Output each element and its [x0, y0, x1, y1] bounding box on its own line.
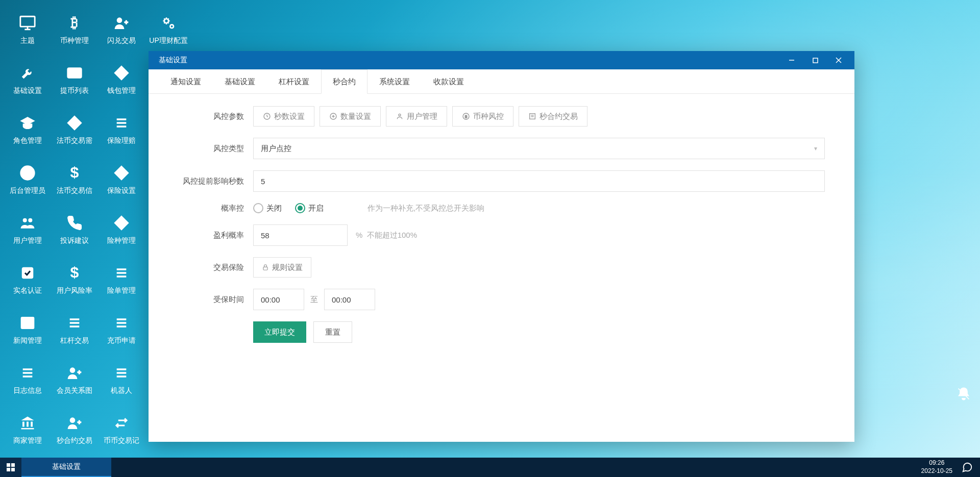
desktop-icon-险单管理[interactable]: 险单管理: [98, 254, 145, 304]
swap-icon: [111, 413, 132, 433]
card-icon: [64, 63, 85, 83]
chevron-down-icon: ▾: [814, 145, 817, 152]
seg-btn-4[interactable]: 秒合约交易: [519, 106, 587, 127]
tab-5[interactable]: 收款设置: [422, 69, 476, 93]
tab-4[interactable]: 系统设置: [368, 69, 422, 93]
cover-time-label: 受保时间: [169, 295, 253, 305]
seg-icon: [329, 112, 337, 120]
clock[interactable]: 09:26 2022-10-25: [921, 459, 952, 475]
advance-secs-input[interactable]: [253, 170, 825, 192]
users-icon: [17, 213, 38, 233]
desktop-icon-用户风险率[interactable]: $用户风险率: [51, 254, 98, 304]
time-to-input[interactable]: [324, 289, 375, 310]
desktop-icon-险种管理[interactable]: 险种管理: [98, 204, 145, 254]
seg-icon: [263, 112, 271, 120]
desktop-icon-钱包管理[interactable]: 钱包管理: [98, 54, 145, 104]
maximize-button[interactable]: [803, 51, 827, 69]
desktop-icon-秒合约交易[interactable]: 秒合约交易: [51, 404, 98, 454]
svg-point-26: [70, 417, 76, 423]
desktop-icon-基础设置[interactable]: 基础设置: [4, 54, 51, 104]
wrench-icon: [17, 63, 38, 83]
desktop-icon-主题[interactable]: 主题: [4, 4, 51, 54]
system-tray: 09:26 2022-10-25: [914, 458, 980, 477]
seg-btn-3[interactable]: $币种风控: [452, 106, 513, 127]
minimize-button[interactable]: [780, 51, 803, 69]
desktop-icon-机器人[interactable]: 机器人: [98, 354, 145, 404]
seg-btn-2[interactable]: 用户管理: [386, 106, 447, 127]
monitor-icon: [17, 13, 38, 33]
bell-off-icon[interactable]: [957, 387, 971, 401]
desktop-icon-币种管理[interactable]: ₿币种管理: [51, 4, 98, 54]
profit-hint: % 不能超过100%: [356, 231, 417, 240]
time-from-input[interactable]: [253, 289, 304, 310]
diamond-icon: [64, 113, 85, 133]
desktop-icon-杠杆交易[interactable]: 杠杆交易: [51, 304, 98, 354]
desktop-icon-UP理财配置[interactable]: UP理财配置: [145, 4, 192, 54]
reset-button[interactable]: 重置: [313, 321, 352, 343]
svg-rect-47: [813, 58, 818, 63]
desktop-icon-商家管理[interactable]: 商家管理: [4, 404, 51, 454]
phone-icon: [64, 213, 85, 233]
tab-3[interactable]: 秒合约: [321, 69, 368, 94]
profit-input[interactable]: [253, 224, 348, 246]
bank-icon: [17, 413, 38, 433]
risk-type-label: 风控类型: [169, 144, 253, 154]
time-to-label: 至: [310, 295, 318, 305]
seg-btn-0[interactable]: 秒数设置: [253, 106, 314, 127]
desktop-icon-提币列表[interactable]: 提币列表: [51, 54, 98, 104]
desktop-icon-法币交易需[interactable]: 法币交易需: [51, 104, 98, 154]
taskbar-item[interactable]: 基础设置: [21, 458, 111, 477]
submit-button[interactable]: 立即提交: [253, 321, 306, 343]
desktop-icon-投诉建议[interactable]: 投诉建议: [51, 204, 98, 254]
svg-rect-60: [11, 463, 15, 467]
svg-point-23: [70, 367, 76, 373]
radio-open-label[interactable]: 开启: [308, 204, 324, 213]
risk-params-label: 风控参数: [169, 112, 253, 121]
segment-buttons: 秒数设置数量设置用户管理$币种风控秒合约交易: [253, 106, 587, 127]
radio-open[interactable]: [295, 203, 305, 213]
titlebar[interactable]: 基础设置: [149, 51, 854, 69]
desktop-icon-充币申请[interactable]: 充币申请: [98, 304, 145, 354]
svg-point-6: [28, 218, 32, 222]
tab-1[interactable]: 基础设置: [213, 69, 267, 93]
userplus-icon: [64, 413, 85, 433]
risk-type-select[interactable]: 用户点控 ▾: [253, 138, 825, 159]
desktop-icon-保险设置[interactable]: 保险设置: [98, 154, 145, 204]
svg-point-29: [117, 17, 122, 23]
close-button[interactable]: [827, 51, 850, 69]
form: 风控参数 秒数设置数量设置用户管理$币种风控秒合约交易 风控类型 用户点控 ▾ …: [149, 94, 854, 366]
desktop-icon-币币交易记[interactable]: 币币交易记: [98, 404, 145, 454]
tab-0[interactable]: 通知设置: [159, 69, 213, 93]
diamond-icon: [111, 213, 132, 233]
desktop-icon-法币交易信[interactable]: $法币交易信: [51, 154, 98, 204]
seg-btn-1[interactable]: 数量设置: [320, 106, 381, 127]
svg-rect-59: [7, 463, 10, 467]
desktop-icon-实名认证[interactable]: 实名认证: [4, 254, 51, 304]
tab-bar: 通知设置基础设置杠杆设置秒合约系统设置收款设置: [149, 69, 854, 94]
windows-icon: [7, 463, 15, 471]
diamond-icon: [111, 163, 132, 183]
svg-rect-58: [263, 267, 267, 270]
trade-ins-label: 交易保险: [169, 263, 253, 272]
desktop-icon-用户管理[interactable]: 用户管理: [4, 204, 51, 254]
desktop-icon-保险理赔[interactable]: 保险理赔: [98, 104, 145, 154]
desktop-icon-后台管理员[interactable]: 后台管理员: [4, 154, 51, 204]
rule-settings-button[interactable]: 规则设置: [253, 257, 311, 278]
tab-2[interactable]: 杠杆设置: [267, 69, 321, 93]
dollar-icon: $: [64, 163, 85, 183]
desktop-icon-闪兑交易[interactable]: 闪兑交易: [98, 4, 145, 54]
radio-close-label[interactable]: 关闭: [266, 204, 282, 213]
desktop-icon-日志信息[interactable]: 日志信息: [4, 354, 51, 404]
desktop-icon-新闻管理[interactable]: 新闻管理: [4, 304, 51, 354]
list-icon: [111, 263, 132, 283]
list-icon: [17, 363, 38, 383]
window-title: 基础设置: [159, 56, 187, 65]
userplus-icon: [111, 13, 132, 33]
desktop-icon-角色管理[interactable]: 角色管理: [4, 104, 51, 154]
radio-close[interactable]: [253, 203, 263, 213]
chat-icon[interactable]: [962, 462, 973, 473]
svg-text:$: $: [70, 266, 79, 280]
userplus-icon: [64, 363, 85, 383]
start-button[interactable]: [0, 458, 21, 477]
desktop-icon-会员关系图[interactable]: 会员关系图: [51, 354, 98, 404]
